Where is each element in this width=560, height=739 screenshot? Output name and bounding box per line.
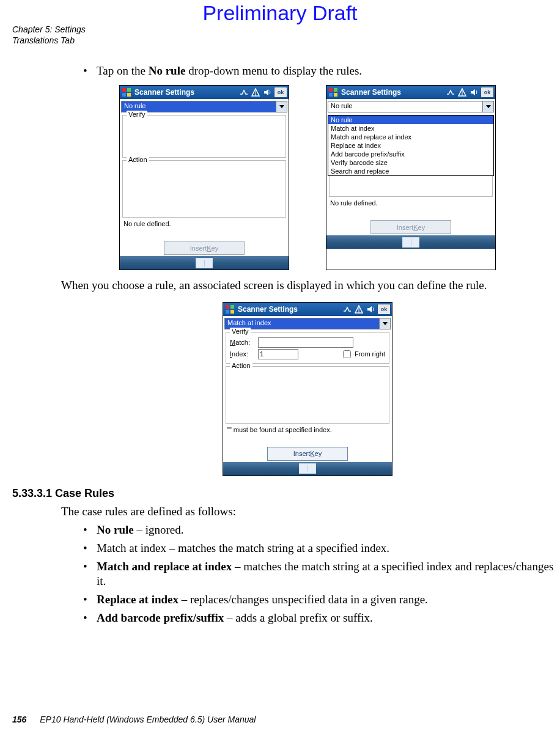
instr-pre: Tap on the [97, 64, 149, 77]
window-title: Scanner Settings [341, 88, 444, 97]
verify-legend: Verify [127, 111, 147, 118]
svg-rect-12 [226, 310, 229, 314]
dropdown-selected: No rule [328, 101, 482, 112]
ok-button[interactable]: ok [274, 87, 287, 98]
volume-icon [469, 87, 479, 97]
instruction-line: •Tap on the No rule drop-down menu to di… [83, 64, 554, 78]
rule-item: Match and replace at index – matches the… [83, 559, 554, 589]
connectivity-icon [342, 304, 353, 314]
rule-item: Replace at index – replaces/changes unsp… [83, 592, 554, 608]
action-groupbox: Action [226, 366, 389, 424]
dropdown-option[interactable]: Add barcode prefix/suffix [328, 150, 493, 158]
rule-item: Match at index – matches the match strin… [83, 541, 554, 556]
svg-rect-3 [127, 93, 131, 97]
svg-rect-0 [122, 88, 126, 92]
rule-item: No rule – ignored. [83, 523, 554, 538]
svg-rect-10 [226, 305, 229, 309]
windows-logo-icon [224, 304, 235, 315]
taskbar [223, 462, 392, 476]
ok-button[interactable]: ok [377, 304, 391, 315]
chevron-down-icon[interactable] [276, 101, 287, 112]
dropdown-option[interactable]: Search and replace [328, 167, 493, 175]
status-text: No rule defined. [123, 220, 285, 237]
svg-rect-2 [122, 93, 126, 97]
action-groupbox: Action [122, 160, 286, 218]
index-label: Index: [230, 350, 254, 358]
keyboard-icon[interactable] [299, 463, 316, 474]
explain-text: When you choose a rule, an associated sc… [61, 278, 554, 293]
screenshot-norule-open: Scanner Settings ok No rule No rule Matc… [326, 85, 496, 270]
keyboard-icon[interactable] [196, 258, 213, 268]
windows-logo-icon [328, 87, 339, 98]
connectivity-icon [239, 87, 249, 97]
screenshot-matchatindex: Scanner Settings ok Match at index Verif… [223, 302, 392, 476]
chevron-down-icon[interactable] [379, 318, 390, 329]
window-title: Scanner Settings [238, 305, 341, 314]
dropdown-option[interactable]: No rule [328, 116, 493, 124]
svg-rect-8 [334, 93, 337, 97]
insert-key-button[interactable]: Insert Key [267, 447, 348, 461]
status-text: "" must be found at specified index. [227, 426, 388, 443]
svg-rect-11 [230, 305, 234, 309]
verify-groupbox: Verify Match: Index: From right [226, 332, 389, 364]
case-rules-intro: The case rules are defined as follows: [61, 504, 554, 520]
connectivity-icon [446, 87, 456, 97]
status-text: No rule defined. [330, 199, 492, 216]
page-number: 156 [12, 715, 26, 724]
dropdown-list[interactable]: No rule Match at index Match and replace… [328, 115, 494, 176]
index-input[interactable] [258, 349, 298, 359]
from-right-checkbox[interactable] [343, 350, 351, 358]
from-right-label: From right [355, 350, 385, 358]
rule-dropdown[interactable]: No rule [328, 101, 494, 112]
svg-rect-1 [127, 88, 131, 92]
volume-icon [262, 87, 273, 97]
manual-title: EP10 Hand-Held (Windows Embedded 6.5) Us… [40, 715, 256, 724]
page-footer: 156 EP10 Hand-Held (Windows Embedded 6.5… [12, 715, 256, 724]
section-heading: 5.33.3.1 Case Rules [12, 487, 554, 500]
signal-icon [457, 87, 468, 97]
instr-bold: No rule [149, 64, 186, 77]
header-section: Translations Tab [12, 35, 554, 46]
titlebar: Scanner Settings ok [326, 86, 495, 99]
svg-rect-13 [230, 310, 234, 314]
insert-key-button: Insert Key [370, 220, 451, 234]
window-title: Scanner Settings [134, 88, 238, 97]
screenshot-norule-closed: Scanner Settings ok No rule Verify Actio… [119, 85, 289, 270]
ok-button[interactable]: ok [481, 87, 494, 98]
verify-groupbox: Verify [122, 115, 286, 158]
svg-rect-6 [334, 88, 337, 92]
dropdown-option[interactable]: Match and replace at index [328, 133, 493, 141]
signal-icon [251, 87, 261, 97]
match-input[interactable] [258, 337, 353, 348]
dropdown-option[interactable]: Verify barcode size [328, 158, 493, 167]
insert-key-button: Insert Key [164, 241, 245, 255]
signal-icon [354, 304, 364, 314]
volume-icon [366, 304, 376, 314]
svg-rect-5 [329, 88, 333, 92]
keyboard-icon[interactable] [402, 237, 419, 248]
header-chapter: Chapter 5: Settings [12, 24, 554, 35]
taskbar [326, 235, 495, 249]
windows-logo-icon [121, 87, 132, 98]
page-header: Chapter 5: Settings Translations Tab [12, 24, 554, 46]
watermark-text: Preliminary Draft [0, 1, 560, 25]
action-legend: Action [127, 156, 149, 163]
rule-item: Add barcode prefix/suffix – adds a globa… [83, 611, 554, 626]
svg-rect-7 [329, 93, 333, 97]
dropdown-option[interactable]: Replace at index [328, 141, 493, 150]
taskbar [120, 256, 289, 270]
action-legend: Action [230, 362, 252, 369]
titlebar: Scanner Settings ok [120, 86, 289, 99]
chevron-down-icon[interactable] [482, 101, 493, 112]
match-label: Match: [230, 339, 254, 346]
instr-post: drop-down menu to display the rules. [185, 64, 362, 77]
action-groupbox [329, 174, 493, 197]
case-rules-list: No rule – ignored. Match at index – matc… [61, 523, 554, 625]
dropdown-option[interactable]: Match at index [328, 124, 493, 133]
titlebar: Scanner Settings ok [223, 303, 392, 316]
verify-legend: Verify [230, 328, 251, 335]
